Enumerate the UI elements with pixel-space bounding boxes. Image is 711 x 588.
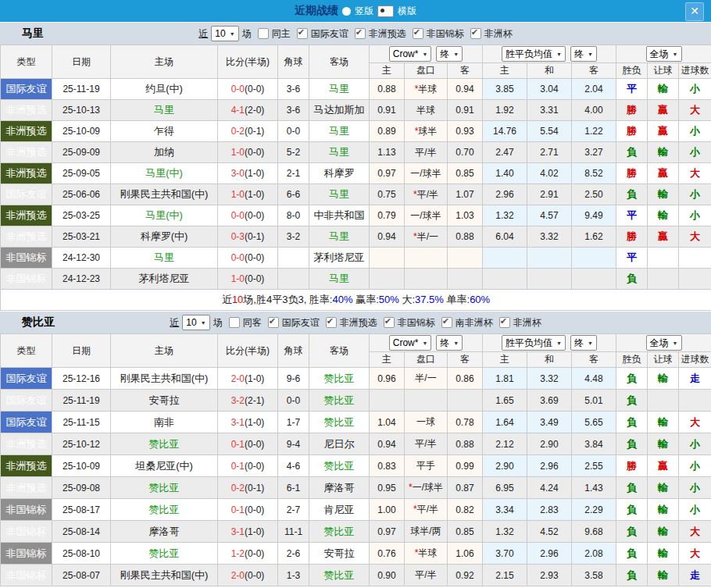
competition-checkbox[interactable]	[441, 317, 452, 328]
handicap-cell: *半/一	[405, 226, 448, 248]
avg-away-value: 3.84	[584, 439, 602, 450]
away-odds-value: 0.88	[456, 439, 473, 450]
home-odds-cell	[370, 248, 405, 269]
competition-checkbox[interactable]	[355, 28, 366, 39]
competition-label: 非洲杯	[484, 27, 513, 41]
result-wdl-cell: 平	[616, 205, 648, 226]
avg-away-cell: 3.84	[572, 433, 616, 455]
layout-radio-horizontal-label[interactable]: 横版	[398, 5, 416, 18]
result-handicap-cell	[648, 248, 679, 269]
corner-cell: 4-6	[278, 455, 309, 477]
competition-checkbox[interactable]	[413, 28, 423, 39]
avg-draw-cell: 3.32	[527, 368, 572, 390]
corner-score: 5-2	[287, 147, 300, 158]
competition-type-label: 国际友谊	[6, 83, 47, 94]
odds-stage-select[interactable]: 终	[436, 46, 463, 62]
competition-type-badge: 国际友谊	[1, 368, 52, 390]
home-odds-value: 0.97	[377, 526, 395, 537]
match-date-cell: 24-12-30	[52, 248, 111, 269]
competition-type-label: 非洲预选	[6, 167, 47, 179]
match-count-select[interactable]: 10	[182, 315, 209, 330]
result-goals: 大	[690, 526, 700, 537]
near-label: 近	[198, 27, 208, 41]
competition-type-label: 国际友谊	[6, 416, 47, 428]
match-count-select[interactable]: 10	[211, 26, 238, 41]
fulltime-score: 1-0	[231, 189, 245, 200]
avg-home-value: 1.40	[495, 168, 513, 179]
score-cell: 1-0(0-0)	[218, 142, 278, 163]
match-row: 国际友谊25-12-16刚果民主共和国(中)2-0(1-0)9-6赞比亚0.96…	[1, 368, 711, 390]
away-team-name: 赞比亚	[324, 460, 355, 472]
avg-stage-select[interactable]: 终	[570, 335, 597, 351]
match-date-cell: 25-09-09	[52, 142, 111, 163]
result-goals-cell: 大	[679, 226, 711, 248]
away-odds-cell: 0.88	[448, 433, 483, 455]
odds-stage-select[interactable]: 终	[436, 335, 463, 351]
same-venue-checkbox[interactable]	[258, 28, 269, 39]
result-handicap: 輸	[658, 416, 668, 428]
away-team-cell: 茅利塔尼亚	[309, 248, 370, 269]
avg-stage-select[interactable]: 终	[570, 46, 597, 62]
corner-cell: 2-6	[278, 543, 309, 565]
col-away: 客场	[309, 334, 370, 368]
close-button[interactable]	[685, 2, 704, 21]
score-cell: 0-2(0-1)	[218, 121, 278, 142]
avg-draw-value: 2.71	[540, 147, 558, 158]
away-odds-cell	[448, 269, 483, 290]
avg-away-cell: 2.29	[572, 499, 616, 521]
result-handicap-cell: 輸	[648, 368, 679, 390]
competition-type-label: 国际友谊	[6, 188, 47, 200]
home-odds-cell: 0.94	[370, 226, 405, 248]
chevron-down-icon	[453, 337, 459, 349]
table-header: 类型 日期 主场 比分(半场) 角球 客场 Crow* 终 胜平负均值 终	[1, 334, 711, 368]
handicap-cell: 平手	[405, 455, 448, 477]
avg-home-value: 6.95	[495, 483, 513, 494]
layout-radio-horizontal[interactable]	[377, 5, 394, 17]
match-date-cell: 25-10-12	[52, 433, 111, 455]
result-handicap-cell: 輸	[648, 477, 679, 499]
col-avg-home: 主	[483, 352, 527, 368]
score-cell: 0-0(0-0)	[218, 205, 278, 226]
result-goals-cell: 小	[679, 79, 711, 100]
avg-home-cell: 1.32	[483, 205, 527, 226]
avg-away-cell: 4.48	[572, 368, 616, 390]
handicap-line: 半球	[418, 84, 437, 94]
avg-draw-value: 3.49	[540, 417, 558, 428]
avg-draw-cell: 4.02	[527, 163, 572, 184]
handicap-cell	[405, 390, 448, 412]
same-venue-checkbox[interactable]	[229, 317, 240, 328]
bookmaker-select[interactable]: Crow*	[389, 335, 432, 351]
fulltime-select[interactable]: 全场	[646, 46, 682, 62]
home-odds-cell: 0.95	[370, 477, 405, 499]
competition-checkbox[interactable]	[268, 317, 279, 328]
avg-away-cell: 9.49	[572, 205, 616, 226]
match-date: 25-09-05	[63, 168, 100, 179]
layout-radio-vertical-label[interactable]: 竖版	[355, 5, 373, 18]
avg-select[interactable]: 胜平负均值	[502, 335, 566, 351]
competition-type-badge: 非国锦标	[1, 565, 52, 586]
competition-checkbox[interactable]	[326, 317, 337, 328]
home-odds-cell: 0.91	[370, 100, 405, 121]
result-wdl-cell: 勝	[616, 163, 648, 184]
competition-checkbox[interactable]	[384, 317, 395, 328]
competition-checkbox[interactable]	[297, 28, 308, 39]
avg-away-value: 3.27	[584, 147, 602, 158]
fulltime-select[interactable]: 全场	[646, 335, 682, 351]
avg-select[interactable]: 胜平负均值	[502, 46, 566, 62]
handicap-line: 平/半	[417, 189, 438, 200]
col-avg-away: 客	[572, 352, 616, 368]
away-team-cell: 科摩罗	[309, 163, 370, 184]
avg-away-value: 2.08	[584, 548, 602, 559]
avg-home-value: 1.65	[495, 395, 513, 406]
competition-checkbox[interactable]	[470, 28, 481, 39]
page-title: 近期战绩	[295, 4, 338, 18]
result-wdl-cell: 負	[616, 521, 648, 543]
handicap-line: 一球	[416, 416, 435, 427]
result-handicap-cell: 輸	[648, 205, 679, 226]
competition-checkbox[interactable]	[499, 317, 510, 328]
score-cell: 3-2(2-1)	[218, 390, 278, 412]
bookmaker-select[interactable]: Crow*	[389, 46, 432, 62]
layout-radio-vertical[interactable]	[342, 7, 351, 16]
fulltime-score: 3-2	[231, 395, 245, 406]
match-date-cell: 25-08-17	[52, 499, 111, 521]
